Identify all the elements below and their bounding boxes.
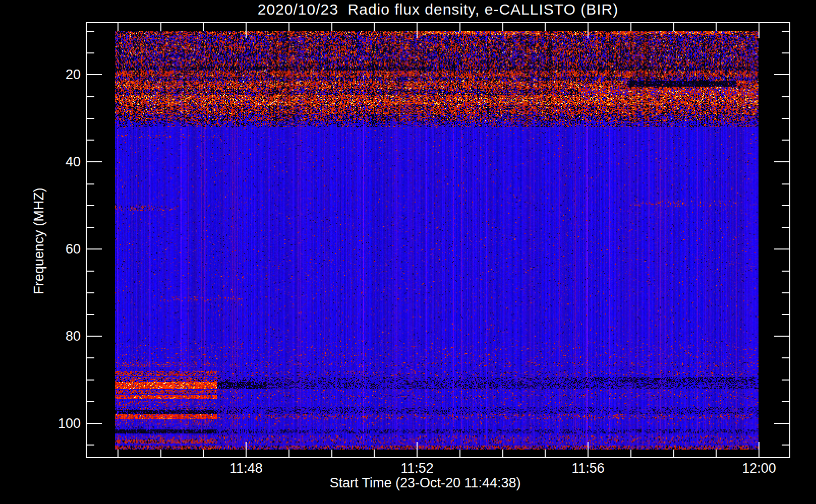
x-tick [502,450,503,457]
y-tick [87,205,94,206]
x-tick [374,450,375,457]
y-tick [782,445,789,446]
y-tick-label: 100 [45,416,81,431]
y-tick [87,445,94,446]
x-tick [588,23,589,38]
y-tick [774,423,789,424]
y-tick [782,183,789,184]
x-tick-label: 11:48 [213,461,279,476]
x-tick [545,23,546,31]
y-tick-label: 40 [45,154,81,169]
x-tick [203,450,204,457]
x-tick [118,23,119,31]
y-tick [87,271,94,272]
y-tick-label: 20 [45,67,81,82]
x-tick-label: 11:52 [384,461,450,476]
x-tick [331,23,332,31]
y-tick-label: 80 [45,329,81,344]
x-tick [759,442,760,457]
y-tick [87,314,94,315]
x-tick [160,23,161,31]
x-tick [288,450,289,457]
y-tick [782,96,789,97]
x-tick [502,23,503,31]
chart-title: 2020/10/23 Radio flux density, e-CALLIST… [86,1,790,18]
y-tick [782,205,789,206]
x-tick [374,23,375,31]
x-tick [759,23,760,38]
x-tick [246,23,247,38]
y-tick [87,52,94,53]
y-tick [774,161,789,162]
x-tick [417,23,418,38]
y-tick [782,140,789,141]
x-tick [716,450,717,457]
y-tick [87,31,94,32]
x-tick [246,442,247,457]
y-tick [782,271,789,272]
x-tick [630,450,631,457]
y-tick [87,401,94,402]
y-tick [87,161,102,162]
x-tick [630,23,631,31]
y-tick [87,292,94,293]
x-tick [331,450,332,457]
y-tick [782,314,789,315]
y-tick [774,248,789,249]
y-tick [87,183,94,184]
y-tick [87,336,102,337]
y-tick [87,74,102,75]
y-tick [87,380,94,381]
x-tick [118,450,119,457]
x-tick [288,23,289,31]
y-tick [87,96,94,97]
x-tick [459,23,460,31]
x-tick [160,450,161,457]
plot-frame [86,22,790,458]
y-tick-label: 60 [45,241,81,257]
x-tick [459,450,460,457]
y-tick [774,74,789,75]
y-tick [87,140,94,141]
y-tick [87,118,94,119]
x-tick [545,450,546,457]
x-tick [673,23,674,31]
x-axis-title: Start Time (23-Oct-20 11:44:38) [274,475,576,491]
y-tick [774,336,789,337]
y-tick [87,227,94,228]
y-tick [87,357,94,358]
y-tick [87,248,102,249]
x-tick [417,442,418,457]
x-tick-label: 11:56 [555,461,621,476]
x-tick [203,23,204,31]
x-tick [716,23,717,31]
y-tick [782,292,789,293]
y-tick [782,380,789,381]
y-tick [782,357,789,358]
x-tick-label: 12:00 [726,461,792,476]
y-tick [782,31,789,32]
y-tick [782,52,789,53]
y-tick [782,118,789,119]
x-tick [588,442,589,457]
spectrogram-page: 2020/10/23 Radio flux density, e-CALLIST… [0,0,816,504]
y-tick [782,401,789,402]
y-tick [782,227,789,228]
y-axis-title: Frequency (MHZ) [31,165,47,317]
x-tick [673,450,674,457]
y-tick [87,423,102,424]
